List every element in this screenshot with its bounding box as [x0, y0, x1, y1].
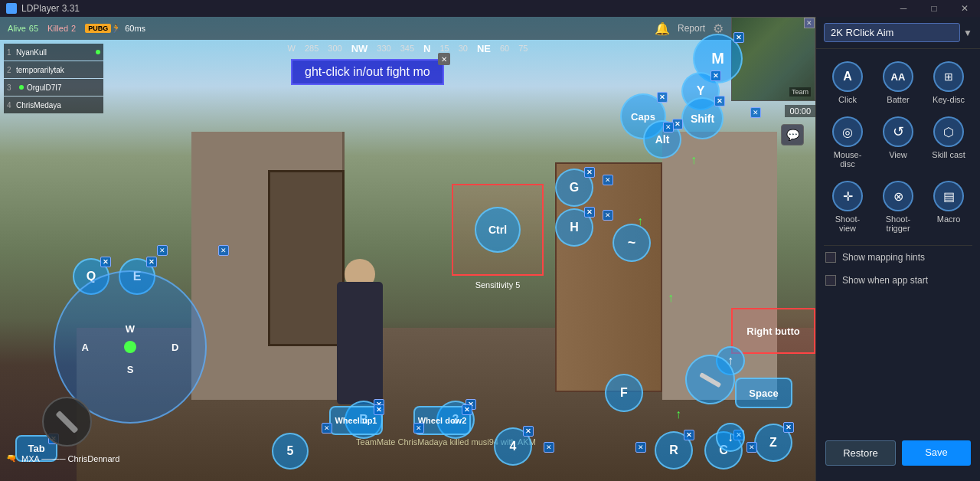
profile-dropdown-bar: 2K RClick Aim ▼	[816, 17, 980, 49]
y-close[interactable]: ✕	[710, 70, 721, 81]
close-button[interactable]: ✕	[949, 0, 980, 17]
shift-button[interactable]: Shift ✕	[681, 97, 724, 139]
joystick-center	[124, 341, 136, 353]
tool-macro[interactable]: ▤ Macro	[925, 176, 972, 237]
3-close-2[interactable]: ✕	[413, 423, 424, 434]
player-3: 3 OrgulD7I7	[4, 79, 103, 96]
show-on-start-label: Show when app start	[842, 275, 928, 286]
h-button[interactable]: H ✕	[555, 208, 593, 247]
player-2: 2 temporarilytak	[4, 61, 103, 78]
text-bar-close[interactable]: ✕	[438, 53, 450, 65]
joystick-s: S	[127, 364, 134, 375]
shoot-trigger-label: Shoot-trigger	[877, 214, 919, 233]
shoot-view-icon: ✛	[832, 181, 863, 211]
game-area: Alive 65 Killed 2 PUBG 🏃 60ms 🔔 Report ⚙…	[0, 17, 815, 481]
joystick-w: W	[126, 323, 135, 335]
r-close[interactable]: ✕	[684, 430, 694, 440]
z-button[interactable]: Z ✕	[754, 424, 792, 462]
tool-key-disc[interactable]: ⊞ Key-disc	[925, 57, 972, 109]
chat-icon[interactable]: 💬	[781, 124, 804, 146]
caps-close[interactable]: ✕	[657, 92, 668, 103]
z-close[interactable]: ✕	[783, 422, 794, 433]
minimize-button[interactable]: ─	[888, 0, 919, 17]
player-3-dot	[19, 85, 24, 90]
z-close-2[interactable]: ✕	[746, 442, 757, 453]
profile-dropdown[interactable]: 2K RClick Aim	[824, 23, 960, 42]
h-close[interactable]: ✕	[584, 207, 595, 218]
maximize-button[interactable]: □	[919, 0, 949, 17]
show-on-start-checkbox[interactable]	[825, 275, 836, 286]
q-close[interactable]: ✕	[100, 257, 111, 267]
wheel-up-close[interactable]: ✕	[374, 404, 384, 415]
arrow-indicator-4: ↑	[675, 407, 681, 421]
tool-shoot-view[interactable]: ✛ Shoot-view	[824, 176, 871, 237]
tool-view[interactable]: ↺ View	[874, 112, 922, 173]
g-button[interactable]: G ✕	[555, 169, 593, 207]
tool-mouse-disc[interactable]: ◎ Mouse-disc	[824, 112, 871, 173]
view-label: View	[889, 150, 907, 159]
compass-60: 60	[500, 44, 509, 53]
dropdown-chevron-icon[interactable]: ▼	[963, 28, 972, 38]
m-close[interactable]: ✕	[733, 32, 744, 43]
down-arrow-ctrl[interactable]: ↓	[716, 423, 745, 452]
compass-nw: NW	[351, 43, 368, 54]
r-close-2[interactable]: ✕	[635, 442, 646, 453]
shoot-view-label: Shoot-view	[827, 214, 868, 233]
wheel-up-button[interactable]: Wheel up1 ✕	[329, 406, 383, 435]
batter-label: Batter	[887, 95, 909, 104]
side-panel: 2K RClick Aim ▼ A Click AA Batter ⊞ Key-…	[815, 17, 980, 481]
h-close-3[interactable]: ✕	[603, 210, 613, 221]
compass-w: W	[288, 44, 296, 53]
space-button[interactable]: Space	[735, 378, 792, 408]
tools-grid: A Click AA Batter ⊞ Key-disc ◎ Mouse-dis…	[816, 49, 980, 245]
killed-count: 2	[71, 24, 76, 33]
compass-bar: W 285 300 NW 330 345 N 15 30 NE 60 75	[153, 40, 662, 57]
alt-close[interactable]: ✕	[672, 119, 683, 129]
tool-shoot-trigger[interactable]: ⊗ Shoot-trigger	[874, 176, 922, 237]
settings-icon[interactable]: 🔔	[655, 21, 670, 36]
alt-button[interactable]: Alt ✕	[643, 120, 681, 159]
wheel-down-close[interactable]: ✕	[462, 404, 472, 415]
shift-close[interactable]: ✕	[714, 96, 725, 106]
macro-icon: ▤	[933, 181, 964, 211]
killed-label: Killed	[47, 24, 68, 33]
save-button[interactable]: Save	[902, 440, 971, 466]
4-button[interactable]: 4 ✕	[494, 427, 532, 466]
4-close-2[interactable]: ✕	[544, 442, 554, 453]
player-1-dot	[96, 50, 100, 54]
text-content: ght-click in/out fight mo	[305, 65, 430, 78]
compass-330: 330	[377, 44, 390, 53]
tilde-button[interactable]: ~	[612, 224, 651, 262]
joystick-close-2[interactable]: ✕	[157, 245, 168, 256]
minimap-close[interactable]: ✕	[804, 18, 815, 28]
shift-close-2[interactable]: ✕	[750, 107, 761, 118]
timer-display: 00:00	[785, 105, 815, 117]
4-close[interactable]: ✕	[523, 426, 534, 437]
macro-label: Macro	[937, 214, 961, 224]
restore-button[interactable]: Restore	[825, 440, 896, 466]
h-close-2[interactable]: ✕	[603, 175, 613, 185]
5-button[interactable]: 5	[272, 433, 309, 470]
tool-batter[interactable]: AA Batter	[874, 57, 922, 109]
joystick-a: A	[81, 342, 88, 353]
tool-click[interactable]: A Click	[824, 57, 871, 109]
f-button[interactable]: F	[605, 374, 643, 412]
ctrl-key[interactable]: Ctrl	[475, 207, 521, 253]
compass-15: 15	[439, 44, 449, 53]
text-input-bar[interactable]: ght-click in/out fight mo ✕	[291, 59, 444, 85]
weapon-name: MXA ──── ChrisDennard	[21, 454, 119, 463]
show-on-start-row: Show when app start	[816, 269, 980, 292]
joystick-d: D	[172, 342, 178, 353]
tool-skill-cast[interactable]: ⬡ Skill cast	[925, 112, 972, 173]
show-hints-checkbox[interactable]	[825, 252, 836, 263]
g-close[interactable]: ✕	[584, 167, 595, 178]
caps-close-2[interactable]: ✕	[663, 122, 674, 133]
e-close[interactable]: ✕	[146, 257, 157, 267]
r-button[interactable]: R ✕	[655, 431, 693, 470]
joystick-close[interactable]: ✕	[218, 245, 229, 256]
report-button[interactable]: Report	[678, 23, 705, 34]
key-disc-label: Key-disc	[933, 95, 965, 104]
compass-75: 75	[518, 44, 528, 53]
ctrl-target-box[interactable]: Ctrl Sensitivity 5	[452, 184, 544, 276]
b-close-2[interactable]: ✕	[322, 423, 332, 434]
